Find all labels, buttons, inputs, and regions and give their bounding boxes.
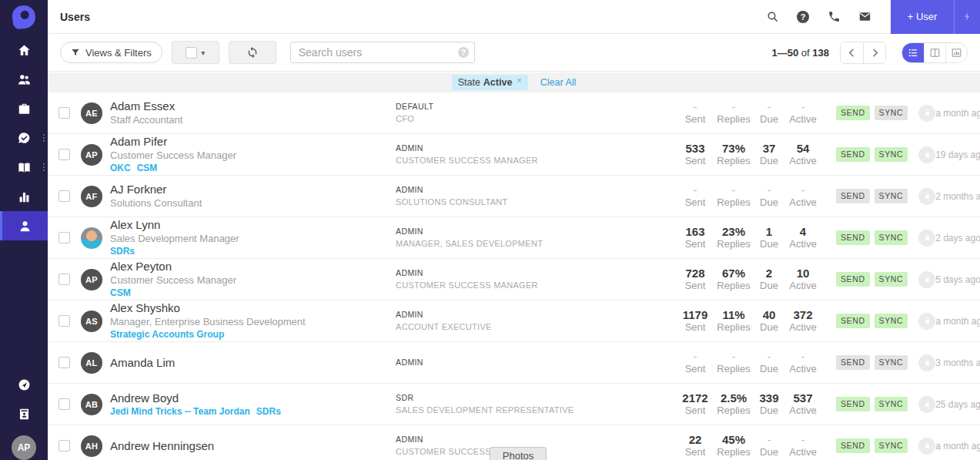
sidebar-item-home[interactable] [0, 35, 48, 65]
add-user-button[interactable]: + User [891, 0, 954, 34]
row-checkbox[interactable] [59, 315, 70, 327]
sync-badge[interactable]: SYNC [875, 438, 908, 453]
search-help-icon[interactable]: ? [458, 47, 469, 58]
sidebar-item-compass[interactable] [0, 370, 48, 399]
user-tag[interactable]: CSM [110, 287, 131, 299]
envelope-icon [858, 10, 871, 23]
send-badge[interactable]: SEND [836, 397, 870, 411]
user-row[interactable]: ABAndrew BoydJedi Mind Tricks -- Team Jo… [48, 384, 980, 425]
user-row[interactable]: APAlex PeytonCustomer Success ManagerCSM… [48, 259, 980, 301]
sync-badge[interactable]: SYNC [875, 272, 908, 287]
user-row[interactable]: ALAmanda LimADMIN-Sent-Replies-Due-Activ… [48, 342, 980, 384]
user-tag[interactable]: Strategic Accounts Group [110, 329, 224, 341]
row-checkbox[interactable] [59, 398, 70, 410]
user-tag[interactable]: SDRs [256, 406, 281, 418]
send-badge[interactable]: SEND [836, 189, 870, 203]
refresh-button[interactable] [229, 41, 276, 64]
sync-badge[interactable]: SYNC [875, 397, 908, 411]
view-mode-column-view[interactable] [924, 43, 945, 62]
sidebar-item-id-card[interactable] [0, 399, 48, 428]
user-name[interactable]: Alex Peyton [110, 260, 396, 274]
search-button[interactable] [757, 0, 788, 34]
stat-due: -Due [754, 100, 784, 126]
user-name[interactable]: Alex Lynn [110, 218, 396, 232]
user-row[interactable]: AFAJ ForknerSolutions ConsultantADMINSOL… [48, 176, 980, 217]
user-tag[interactable]: Jedi Mind Tricks -- Team Jordan [110, 406, 250, 418]
kebab-menu-icon[interactable] [43, 134, 45, 142]
user-tag[interactable]: CSM [137, 163, 158, 174]
sidebar-item-briefcase[interactable] [0, 94, 48, 123]
user-title: Sales Development Manager [110, 233, 396, 245]
send-badge[interactable]: SEND [836, 355, 870, 370]
photos-tooltip[interactable]: Photos [490, 447, 547, 460]
sidebar-item-chat-check[interactable] [0, 123, 48, 153]
stat-active: -Active [784, 433, 822, 458]
help-button[interactable]: ? [788, 0, 818, 34]
view-mode-chart-view[interactable] [945, 43, 967, 62]
user-name[interactable]: Alex Shyshko [110, 301, 396, 315]
prev-page-button[interactable] [841, 42, 863, 63]
user-row[interactable]: Alex LynnSales Development ManagerSDRsAD… [48, 217, 980, 259]
view-mode-list-view[interactable] [902, 43, 924, 62]
quick-actions-button[interactable] [954, 0, 980, 34]
user-name[interactable]: Amanda Lim [110, 356, 396, 370]
stat-active-value: 4 [784, 225, 822, 238]
user-role: ADMIN [396, 435, 677, 445]
user-name[interactable]: Andrew Boyd [110, 391, 396, 405]
sidebar-item-bar-chart[interactable] [0, 182, 48, 211]
user-row[interactable]: AEAdam EssexStaff AccountantDEFAULTCFO-S… [48, 92, 980, 134]
sync-badge[interactable]: SYNC [875, 147, 908, 162]
send-badge[interactable]: SEND [836, 272, 870, 287]
next-page-button[interactable] [863, 42, 885, 63]
user-name[interactable]: Andrew Henningsen [110, 439, 396, 453]
envelope-button[interactable] [849, 0, 880, 34]
user-position: ACCOUNT EXECUTIVE [396, 321, 677, 332]
send-badge[interactable]: SEND [836, 314, 870, 328]
row-checkbox[interactable] [59, 440, 70, 452]
send-badge[interactable]: SEND [836, 106, 870, 120]
remove-filter-icon[interactable]: × [517, 76, 521, 85]
clear-all-link[interactable]: Clear All [540, 77, 577, 88]
row-checkbox[interactable] [59, 190, 70, 202]
sidebar-item-people[interactable] [0, 65, 48, 94]
sidebar-item-person[interactable] [0, 211, 48, 240]
send-badge[interactable]: SEND [836, 147, 870, 162]
search-users-input[interactable] [290, 42, 475, 63]
row-checkbox[interactable] [59, 274, 70, 285]
row-checkbox[interactable] [59, 107, 70, 119]
send-badge[interactable]: SEND [836, 438, 870, 453]
select-all-checkbox[interactable] [186, 47, 197, 59]
user-cell: Alex PeytonCustomer Success ManagerCSM [110, 260, 396, 299]
row-checkbox[interactable] [59, 232, 70, 243]
filter-chip-state[interactable]: State Active × [452, 75, 528, 90]
view-mode-toggle [901, 42, 968, 63]
user-tag[interactable]: SDRs [110, 246, 135, 257]
app-logo[interactable] [0, 0, 48, 34]
sync-badge[interactable]: SYNC [875, 355, 908, 370]
toolbar: Views & Filters ▾ ? 1—50 of 138 [48, 34, 980, 72]
user-cell: AJ ForknerSolutions Consultant [110, 183, 396, 210]
sync-badge[interactable]: SYNC [875, 189, 908, 203]
user-row[interactable]: APAdam PiferCustomer Success ManagerOKCC… [48, 134, 980, 176]
user-name[interactable]: Adam Essex [110, 99, 396, 113]
user-row[interactable]: ASAlex ShyshkoManager, Enterprise Busine… [48, 301, 980, 342]
kebab-menu-icon[interactable] [43, 163, 45, 171]
phone-button[interactable] [818, 0, 849, 34]
current-user-avatar[interactable]: AP [12, 435, 36, 460]
sync-badge[interactable]: SYNC [875, 314, 908, 328]
sync-badge[interactable]: SYNC [875, 230, 908, 245]
send-badge[interactable]: SEND [836, 230, 870, 245]
stat-replies-label: Replies [713, 446, 754, 458]
user-tag[interactable]: OKC [110, 163, 131, 174]
views-filters-button[interactable]: Views & Filters [60, 42, 162, 63]
row-checkbox[interactable] [59, 149, 70, 160]
user-name[interactable]: AJ Forkner [110, 183, 396, 196]
badges-cell: SENDSYNC [836, 314, 908, 328]
sync-badge[interactable]: SYNC [875, 106, 908, 120]
select-all-dropdown[interactable]: ▾ [172, 41, 219, 64]
user-tags: OKCCSM [110, 163, 396, 174]
sidebar-item-book[interactable] [0, 153, 48, 182]
user-name[interactable]: Adam Pifer [110, 135, 396, 149]
compass-icon [17, 378, 32, 392]
row-checkbox[interactable] [59, 357, 70, 368]
